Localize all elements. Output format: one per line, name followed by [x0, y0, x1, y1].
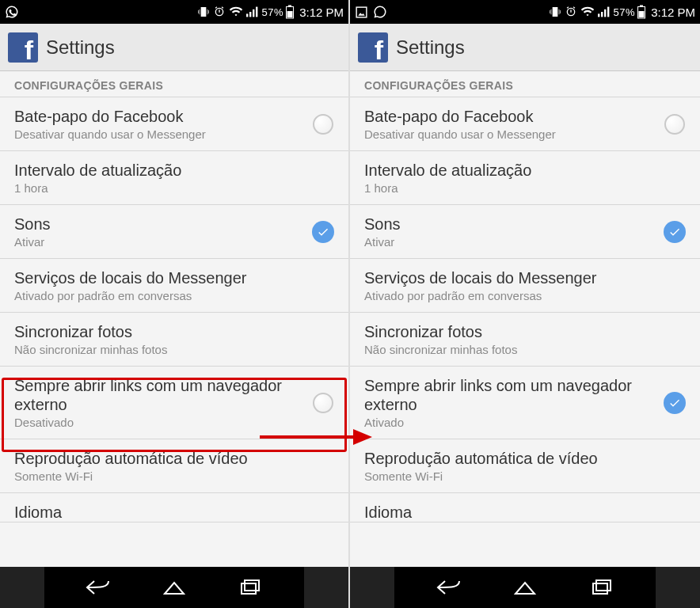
- facebook-icon: [358, 32, 388, 63]
- item-title: Sempre abrir links com um navegador exte…: [364, 376, 660, 414]
- svg-rect-0: [246, 13, 248, 17]
- settings-list[interactable]: CONFIGURAÇÕES GERAIS Bate-papo do Facebo…: [350, 71, 700, 567]
- item-facebook-chat[interactable]: Bate-papo do Facebook Desativar quando u…: [0, 97, 348, 151]
- svg-rect-18: [596, 580, 611, 591]
- item-sub: Desativar quando usar o Messenger: [364, 127, 660, 141]
- nav-bar: [350, 567, 700, 608]
- svg-rect-16: [639, 11, 645, 17]
- item-sub: Somente Wi-Fi: [364, 469, 660, 483]
- wifi-icon: [580, 6, 595, 17]
- item-title: Sons: [14, 215, 309, 234]
- svg-rect-17: [593, 583, 607, 594]
- item-sync-photos[interactable]: Sincronizar fotos Não sincronizar minhas…: [350, 313, 700, 367]
- item-title: Idioma: [364, 503, 689, 522]
- item-sub: Ativar: [364, 235, 660, 249]
- item-autoplay-video[interactable]: Reprodução automática de vídeo Somente W…: [350, 439, 700, 493]
- item-messenger-location[interactable]: Serviços de locais do Messenger Ativado …: [350, 259, 700, 313]
- nav-home-button[interactable]: [152, 573, 196, 602]
- item-title: Bate-papo do Facebook: [14, 107, 309, 126]
- alarm-icon: [565, 6, 577, 18]
- svg-rect-12: [604, 10, 606, 17]
- vibrate-icon: [197, 6, 210, 18]
- radio-off-icon[interactable]: [664, 114, 685, 135]
- svg-rect-15: [640, 6, 643, 7]
- item-title: Idioma: [14, 503, 337, 522]
- page-title: Settings: [46, 36, 115, 59]
- svg-rect-1: [249, 12, 251, 17]
- nav-recent-button[interactable]: [580, 573, 624, 602]
- item-title: Sincronizar fotos: [364, 322, 660, 341]
- item-sub: Não sincronizar minhas fotos: [14, 343, 309, 356]
- item-sub: Somente Wi-Fi: [14, 469, 309, 483]
- signal-icon: [598, 6, 611, 17]
- phone-after: 57% 3:12 PM Settings CONFIGURAÇÕES GERAI…: [350, 0, 700, 608]
- check-on-icon[interactable]: [664, 221, 686, 243]
- svg-rect-6: [287, 11, 293, 17]
- image-icon: [355, 6, 368, 19]
- status-bar: 57% 3:12 PM: [350, 0, 700, 24]
- clock: 3:12 PM: [299, 6, 344, 19]
- vibrate-icon: [549, 6, 561, 18]
- item-title: Bate-papo do Facebook: [364, 107, 660, 126]
- svg-rect-5: [288, 6, 291, 7]
- item-open-links-external[interactable]: Sempre abrir links com um navegador exte…: [350, 367, 700, 439]
- item-refresh-interval[interactable]: Intervalo de atualização 1 hora: [0, 151, 348, 205]
- svg-rect-8: [245, 580, 259, 591]
- svg-rect-9: [356, 7, 367, 17]
- alarm-icon: [213, 6, 226, 18]
- whatsapp-icon: [373, 5, 387, 19]
- nav-home-button[interactable]: [503, 573, 547, 602]
- nav-back-button[interactable]: [427, 573, 471, 602]
- item-title: Intervalo de atualização: [364, 161, 660, 180]
- wifi-icon: [229, 6, 243, 17]
- annotation-highlight: [2, 378, 347, 452]
- svg-rect-10: [598, 13, 599, 17]
- item-title: Sons: [364, 215, 660, 234]
- item-sub: Ativado por padrão em conversas: [364, 289, 660, 302]
- item-sub: Ativado por padrão em conversas: [14, 289, 309, 302]
- phone-before: 57% 3:12 PM Settings CONFIGURAÇÕES GERAI…: [0, 0, 350, 608]
- clock: 3:12 PM: [651, 6, 695, 19]
- item-messenger-location[interactable]: Serviços de locais do Messenger Ativado …: [0, 259, 348, 313]
- item-title: Serviços de locais do Messenger: [364, 268, 660, 287]
- check-on-icon[interactable]: [312, 221, 334, 243]
- svg-rect-3: [256, 7, 257, 17]
- item-sub: Desativar quando usar o Messenger: [14, 127, 309, 141]
- item-sync-photos[interactable]: Sincronizar fotos Não sincronizar minhas…: [0, 313, 348, 367]
- item-language[interactable]: Idioma: [350, 493, 700, 522]
- item-title: Sincronizar fotos: [14, 322, 309, 341]
- item-sub: Não sincronizar minhas fotos: [364, 343, 660, 356]
- item-title: Reprodução automática de vídeo: [364, 449, 660, 468]
- item-title: Intervalo de atualização: [14, 161, 309, 180]
- item-sub: Ativado: [364, 416, 660, 429]
- battery-indicator: 57%: [262, 5, 295, 19]
- whatsapp-icon: [5, 5, 19, 19]
- facebook-icon: [8, 32, 38, 63]
- item-sounds[interactable]: Sons Ativar: [350, 205, 700, 259]
- item-sub: Ativar: [14, 235, 309, 249]
- settings-list[interactable]: CONFIGURAÇÕES GERAIS Bate-papo do Facebo…: [0, 71, 348, 567]
- svg-rect-13: [607, 7, 609, 17]
- item-language[interactable]: Idioma: [0, 493, 348, 522]
- nav-bar: [0, 567, 348, 608]
- signal-icon: [246, 6, 259, 17]
- item-facebook-chat[interactable]: Bate-papo do Facebook Desativar quando u…: [350, 97, 700, 151]
- status-bar: 57% 3:12 PM: [0, 0, 348, 24]
- svg-rect-11: [601, 12, 603, 17]
- section-header-general: CONFIGURAÇÕES GERAIS: [350, 71, 700, 97]
- check-on-icon[interactable]: [664, 392, 686, 414]
- action-bar: Settings: [0, 24, 348, 71]
- item-title: Serviços de locais do Messenger: [14, 268, 309, 287]
- item-refresh-interval[interactable]: Intervalo de atualização 1 hora: [350, 151, 700, 205]
- nav-recent-button[interactable]: [228, 573, 272, 602]
- section-header-general: CONFIGURAÇÕES GERAIS: [0, 71, 348, 97]
- item-sub: 1 hora: [14, 181, 309, 195]
- radio-off-icon[interactable]: [313, 114, 333, 135]
- svg-rect-2: [253, 10, 254, 17]
- svg-rect-7: [242, 583, 256, 594]
- action-bar: Settings: [350, 24, 700, 71]
- item-sounds[interactable]: Sons Ativar: [0, 205, 348, 259]
- page-title: Settings: [396, 36, 465, 59]
- nav-back-button[interactable]: [76, 573, 120, 602]
- item-sub: 1 hora: [364, 181, 660, 195]
